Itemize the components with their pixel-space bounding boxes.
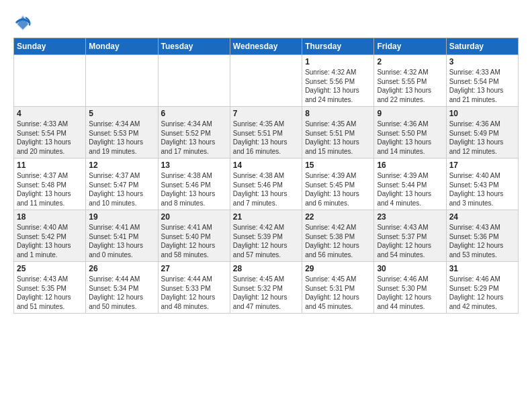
day-info: Sunrise: 4:43 AM Sunset: 5:35 PM Dayligh…: [17, 275, 83, 311]
day-cell: 29Sunrise: 4:45 AM Sunset: 5:31 PM Dayli…: [302, 262, 374, 314]
weekday-header-monday: Monday: [86, 38, 158, 55]
day-info: Sunrise: 4:39 AM Sunset: 5:44 PM Dayligh…: [377, 171, 443, 208]
day-info: Sunrise: 4:40 AM Sunset: 5:43 PM Dayligh…: [449, 171, 515, 208]
logo-icon: [13, 13, 32, 32]
day-cell: 12Sunrise: 4:37 AM Sunset: 5:47 PM Dayli…: [86, 158, 158, 210]
day-number: 22: [305, 212, 371, 222]
day-info: Sunrise: 4:44 AM Sunset: 5:34 PM Dayligh…: [89, 275, 154, 311]
week-row-4: 18Sunrise: 4:40 AM Sunset: 5:42 PM Dayli…: [14, 210, 519, 262]
day-info: Sunrise: 4:41 AM Sunset: 5:41 PM Dayligh…: [89, 223, 154, 259]
day-number: 29: [305, 264, 371, 273]
day-cell: [14, 55, 86, 107]
day-info: Sunrise: 4:42 AM Sunset: 5:38 PM Dayligh…: [305, 223, 371, 259]
day-number: 10: [449, 109, 515, 118]
day-cell: 27Sunrise: 4:44 AM Sunset: 5:33 PM Dayli…: [158, 262, 230, 314]
day-cell: 13Sunrise: 4:38 AM Sunset: 5:46 PM Dayli…: [158, 158, 230, 210]
day-number: 17: [449, 161, 515, 170]
day-number: 8: [305, 109, 371, 118]
day-info: Sunrise: 4:37 AM Sunset: 5:48 PM Dayligh…: [17, 171, 83, 208]
day-cell: 23Sunrise: 4:43 AM Sunset: 5:37 PM Dayli…: [374, 210, 446, 262]
day-cell: 30Sunrise: 4:46 AM Sunset: 5:30 PM Dayli…: [374, 262, 446, 314]
day-info: Sunrise: 4:43 AM Sunset: 5:37 PM Dayligh…: [377, 223, 443, 259]
day-cell: [86, 55, 158, 107]
day-cell: 18Sunrise: 4:40 AM Sunset: 5:42 PM Dayli…: [14, 210, 86, 262]
day-number: 23: [377, 212, 443, 222]
day-info: Sunrise: 4:41 AM Sunset: 5:40 PM Dayligh…: [161, 223, 227, 259]
calendar-table: SundayMondayTuesdayWednesdayThursdayFrid…: [13, 38, 519, 314]
day-cell: 7Sunrise: 4:35 AM Sunset: 5:51 PM Daylig…: [230, 107, 302, 158]
day-cell: 17Sunrise: 4:40 AM Sunset: 5:43 PM Dayli…: [446, 158, 518, 210]
week-row-2: 4Sunrise: 4:33 AM Sunset: 5:54 PM Daylig…: [14, 107, 519, 158]
day-number: 30: [377, 264, 443, 273]
day-number: 19: [89, 212, 154, 222]
day-number: 25: [17, 264, 83, 273]
day-cell: 22Sunrise: 4:42 AM Sunset: 5:38 PM Dayli…: [302, 210, 374, 262]
day-number: 5: [89, 109, 154, 118]
day-cell: 15Sunrise: 4:39 AM Sunset: 5:45 PM Dayli…: [302, 158, 374, 210]
day-cell: [230, 55, 302, 107]
day-number: 2: [377, 57, 443, 66]
day-info: Sunrise: 4:32 AM Sunset: 5:56 PM Dayligh…: [305, 68, 371, 104]
day-cell: 25Sunrise: 4:43 AM Sunset: 5:35 PM Dayli…: [14, 262, 86, 314]
day-cell: 6Sunrise: 4:34 AM Sunset: 5:52 PM Daylig…: [158, 107, 230, 158]
day-number: 31: [449, 264, 515, 273]
weekday-header-friday: Friday: [374, 38, 446, 55]
day-number: 27: [161, 264, 227, 273]
day-number: 26: [89, 264, 154, 273]
day-number: 20: [161, 212, 227, 222]
day-info: Sunrise: 4:33 AM Sunset: 5:54 PM Dayligh…: [449, 68, 515, 104]
weekday-header-row: SundayMondayTuesdayWednesdayThursdayFrid…: [14, 38, 519, 55]
day-number: 7: [233, 109, 299, 118]
day-info: Sunrise: 4:38 AM Sunset: 5:46 PM Dayligh…: [161, 171, 227, 208]
day-cell: 3Sunrise: 4:33 AM Sunset: 5:54 PM Daylig…: [446, 55, 518, 107]
day-number: 18: [17, 212, 83, 222]
day-cell: 14Sunrise: 4:38 AM Sunset: 5:46 PM Dayli…: [230, 158, 302, 210]
day-cell: 1Sunrise: 4:32 AM Sunset: 5:56 PM Daylig…: [302, 55, 374, 107]
day-info: Sunrise: 4:46 AM Sunset: 5:29 PM Dayligh…: [449, 275, 515, 311]
day-cell: 4Sunrise: 4:33 AM Sunset: 5:54 PM Daylig…: [14, 107, 86, 158]
day-cell: 20Sunrise: 4:41 AM Sunset: 5:40 PM Dayli…: [158, 210, 230, 262]
day-info: Sunrise: 4:42 AM Sunset: 5:39 PM Dayligh…: [233, 223, 299, 259]
weekday-header-saturday: Saturday: [446, 38, 518, 55]
day-number: 1: [305, 57, 371, 66]
day-cell: 24Sunrise: 4:43 AM Sunset: 5:36 PM Dayli…: [446, 210, 518, 262]
day-number: 9: [377, 109, 443, 118]
day-info: Sunrise: 4:36 AM Sunset: 5:49 PM Dayligh…: [449, 120, 515, 156]
day-cell: 28Sunrise: 4:45 AM Sunset: 5:32 PM Dayli…: [230, 262, 302, 314]
day-info: Sunrise: 4:44 AM Sunset: 5:33 PM Dayligh…: [161, 275, 227, 311]
day-number: 13: [161, 161, 227, 170]
day-cell: 2Sunrise: 4:32 AM Sunset: 5:55 PM Daylig…: [374, 55, 446, 107]
day-info: Sunrise: 4:32 AM Sunset: 5:55 PM Dayligh…: [377, 68, 443, 104]
day-info: Sunrise: 4:33 AM Sunset: 5:54 PM Dayligh…: [17, 120, 83, 156]
day-info: Sunrise: 4:40 AM Sunset: 5:42 PM Dayligh…: [17, 223, 83, 259]
week-row-1: 1Sunrise: 4:32 AM Sunset: 5:56 PM Daylig…: [14, 55, 519, 107]
day-info: Sunrise: 4:35 AM Sunset: 5:51 PM Dayligh…: [233, 120, 299, 156]
day-number: 24: [449, 212, 515, 222]
day-cell: 19Sunrise: 4:41 AM Sunset: 5:41 PM Dayli…: [86, 210, 158, 262]
day-info: Sunrise: 4:45 AM Sunset: 5:32 PM Dayligh…: [233, 275, 299, 311]
day-number: 11: [17, 161, 83, 170]
day-cell: 21Sunrise: 4:42 AM Sunset: 5:39 PM Dayli…: [230, 210, 302, 262]
day-number: 3: [449, 57, 515, 66]
page: SundayMondayTuesdayWednesdayThursdayFrid…: [0, 0, 532, 320]
day-number: 15: [305, 161, 371, 170]
day-info: Sunrise: 4:37 AM Sunset: 5:47 PM Dayligh…: [89, 171, 154, 208]
day-number: 16: [377, 161, 443, 170]
day-cell: 31Sunrise: 4:46 AM Sunset: 5:29 PM Dayli…: [446, 262, 518, 314]
day-cell: 10Sunrise: 4:36 AM Sunset: 5:49 PM Dayli…: [446, 107, 518, 158]
day-info: Sunrise: 4:43 AM Sunset: 5:36 PM Dayligh…: [449, 223, 515, 259]
day-cell: 8Sunrise: 4:35 AM Sunset: 5:51 PM Daylig…: [302, 107, 374, 158]
day-cell: 11Sunrise: 4:37 AM Sunset: 5:48 PM Dayli…: [14, 158, 86, 210]
day-number: 14: [233, 161, 299, 170]
day-info: Sunrise: 4:46 AM Sunset: 5:30 PM Dayligh…: [377, 275, 443, 311]
day-info: Sunrise: 4:45 AM Sunset: 5:31 PM Dayligh…: [305, 275, 371, 311]
day-number: 4: [17, 109, 83, 118]
day-cell: 5Sunrise: 4:34 AM Sunset: 5:53 PM Daylig…: [86, 107, 158, 158]
day-info: Sunrise: 4:35 AM Sunset: 5:51 PM Dayligh…: [305, 120, 371, 156]
day-number: 21: [233, 212, 299, 222]
header: [13, 11, 519, 32]
day-cell: 9Sunrise: 4:36 AM Sunset: 5:50 PM Daylig…: [374, 107, 446, 158]
day-number: 12: [89, 161, 154, 170]
week-row-3: 11Sunrise: 4:37 AM Sunset: 5:48 PM Dayli…: [14, 158, 519, 210]
logo: [13, 13, 35, 32]
